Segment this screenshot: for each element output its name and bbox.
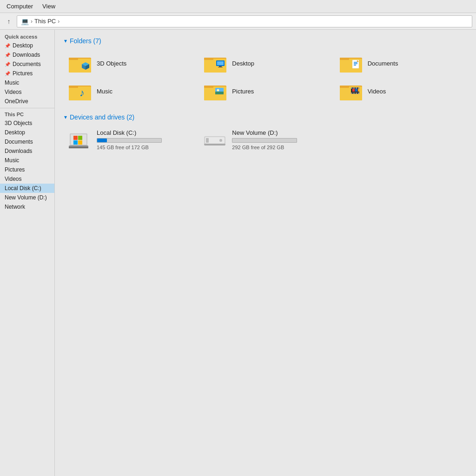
sidebar-item-music[interactable]: Music (0, 78, 54, 87)
breadcrumb[interactable]: 💻 › This PC › (17, 15, 472, 27)
svg-rect-51 (78, 140, 82, 145)
svg-rect-36 (353, 87, 355, 89)
sidebar-item-desktop[interactable]: 📌 Desktop (0, 41, 54, 50)
breadcrumb-thispc[interactable]: This PC (34, 18, 56, 25)
drive-c-info: Local Disk (C:) 145 GB free of 172 GB (97, 129, 162, 150)
folder-label-3dobjects: 3D Objects (97, 60, 126, 67)
svg-rect-27 (204, 86, 213, 88)
sidebar-label-onedrive: OneDrive (5, 98, 28, 105)
sidebar-label-documents: Documents (13, 61, 41, 67)
svg-rect-56 (206, 138, 209, 143)
sidebar-item-desktop2[interactable]: Desktop (0, 128, 54, 137)
svg-rect-37 (356, 87, 357, 89)
sidebar-label-diskc: Local Disk (C:) (5, 185, 41, 192)
sidebar-item-network[interactable]: Network (0, 202, 54, 212)
drive-c-bar-fill (97, 139, 107, 142)
drive-c-icon (68, 130, 92, 150)
sidebar-item-thispc[interactable]: This PC (0, 110, 54, 119)
folder-item-videos[interactable]: Videos (335, 78, 467, 104)
chevron-folders-icon[interactable]: ▾ (64, 38, 67, 44)
svg-rect-10 (217, 61, 224, 65)
drives-section-header: ▾ Devices and drives (2) (64, 113, 467, 121)
sidebar: Quick access 📌 Desktop 📌 Downloads 📌 Doc… (0, 30, 55, 476)
folders-section-header: ▾ Folders (7) (64, 37, 467, 45)
sidebar-item-quickaccess-header[interactable]: Quick access (0, 33, 54, 41)
pin-icon2: 📌 (5, 53, 10, 58)
sidebar-item-3dobjects[interactable]: 3D Objects (0, 119, 54, 128)
pin-icon4: 📌 (5, 71, 10, 76)
folder-item-desktop[interactable]: Desktop (199, 50, 331, 76)
folder-item-pictures[interactable]: Pictures (199, 78, 331, 104)
drive-c-bar-track (97, 138, 162, 143)
folder-label-pictures: Pictures (232, 88, 254, 95)
sidebar-item-music2[interactable]: Music (0, 156, 54, 165)
sidebar-item-downloads2[interactable]: Downloads (0, 146, 54, 156)
chevron-drives-icon[interactable]: ▾ (64, 114, 67, 120)
svg-text:♪: ♪ (79, 87, 85, 99)
menu-computer[interactable]: Computer (2, 1, 38, 12)
folders-section-title: Folders (7) (70, 37, 101, 45)
folder-3dobjects-icon (68, 53, 92, 73)
sidebar-item-pictures2[interactable]: Pictures (0, 165, 54, 174)
sidebar-item-diskc[interactable]: Local Disk (C:) (0, 184, 54, 193)
sidebar-divider (0, 108, 54, 108)
drive-d-size: 292 GB free of 292 GB (232, 145, 297, 150)
sidebar-label-videos2: Videos (5, 176, 21, 182)
sidebar-item-onedrive[interactable]: OneDrive (0, 97, 54, 106)
sidebar-label-downloads2: Downloads (5, 148, 32, 154)
svg-point-30 (217, 89, 219, 92)
addressbar: ↑ 💻 › This PC › (0, 13, 476, 30)
svg-rect-2 (69, 58, 78, 60)
svg-rect-58 (204, 144, 225, 145)
folder-item-documents[interactable]: Documents (335, 50, 467, 76)
sidebar-label-network: Network (5, 204, 25, 210)
main-layout: Quick access 📌 Desktop 📌 Downloads 📌 Doc… (0, 30, 476, 476)
folder-label-desktop: Desktop (232, 60, 254, 67)
drive-item-c[interactable]: Local Disk (C:) 145 GB free of 172 GB (64, 126, 196, 153)
nav-up-button[interactable]: ↑ (4, 16, 14, 26)
folder-item-music[interactable]: ♪ Music (64, 78, 196, 104)
folder-music-icon: ♪ (68, 81, 92, 101)
drive-d-icon (203, 130, 227, 150)
svg-rect-29 (215, 92, 224, 94)
sidebar-label-downloads: Downloads (13, 52, 40, 58)
menu-view[interactable]: View (38, 1, 60, 12)
svg-rect-43 (352, 89, 355, 92)
sidebar-item-diskd[interactable]: New Volume (D:) (0, 193, 54, 202)
folder-label-documents: Documents (368, 60, 398, 67)
svg-rect-23 (69, 86, 78, 88)
folders-grid: 3D Objects (64, 50, 467, 104)
folder-item-3dobjects[interactable]: 3D Objects (64, 50, 196, 76)
sidebar-quickaccess-label: Quick access (5, 34, 37, 40)
sidebar-item-downloads[interactable]: 📌 Downloads (0, 50, 54, 60)
svg-rect-48 (73, 136, 78, 140)
drive-c-name: Local Disk (C:) (97, 129, 162, 136)
content-area: ▾ Folders (7) (55, 30, 476, 476)
drive-c-size: 145 GB free of 172 GB (97, 145, 162, 150)
sidebar-item-documents2[interactable]: Documents (0, 137, 54, 146)
sidebar-item-videos2[interactable]: Videos (0, 174, 54, 184)
sidebar-item-documents[interactable]: 📌 Documents (0, 60, 54, 69)
drive-d-name: New Volume (D:) (232, 129, 297, 136)
svg-rect-35 (351, 87, 352, 89)
pin-icon: 📌 (5, 43, 10, 48)
svg-rect-41 (356, 93, 357, 94)
svg-rect-42 (358, 93, 359, 94)
sidebar-label-pictures: Pictures (13, 70, 33, 77)
svg-rect-45 (358, 89, 359, 92)
pin-icon3: 📌 (5, 62, 10, 67)
sidebar-item-pictures[interactable]: 📌 Pictures (0, 69, 54, 78)
svg-rect-50 (73, 140, 78, 145)
drives-section-title: Devices and drives (2) (70, 113, 134, 121)
sidebar-label-3dobjects: 3D Objects (5, 120, 32, 126)
svg-rect-8 (204, 58, 213, 60)
folder-label-videos: Videos (368, 88, 386, 95)
drive-d-info: New Volume (D:) 292 GB free of 292 GB (232, 129, 297, 150)
svg-rect-33 (340, 86, 349, 88)
sidebar-item-videos[interactable]: Videos (0, 87, 54, 97)
sidebar-label-videos: Videos (5, 89, 21, 95)
folder-videos-icon (339, 81, 363, 101)
sidebar-label-desktop: Desktop (13, 42, 33, 49)
folder-pictures-icon (203, 81, 227, 101)
drive-item-d[interactable]: New Volume (D:) 292 GB free of 292 GB (199, 126, 331, 153)
